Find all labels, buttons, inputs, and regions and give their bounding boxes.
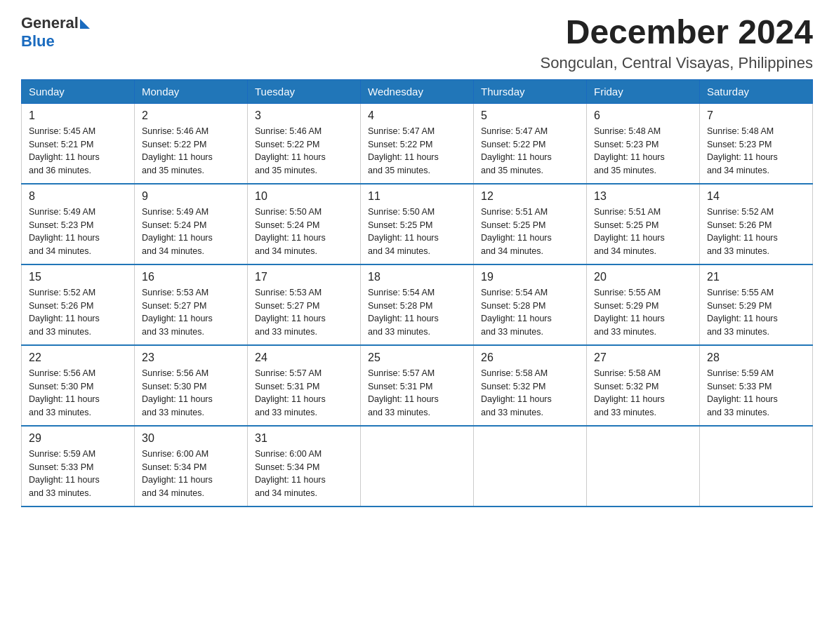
- day-number: 9: [142, 190, 240, 203]
- column-header-tuesday: Tuesday: [248, 79, 361, 103]
- calendar-cell: 17Sunrise: 5:53 AMSunset: 5:27 PMDayligh…: [248, 264, 361, 345]
- day-number: 31: [255, 432, 353, 445]
- calendar-cell: 16Sunrise: 5:53 AMSunset: 5:27 PMDayligh…: [135, 264, 248, 345]
- day-number: 16: [142, 271, 240, 283]
- column-header-sunday: Sunday: [22, 79, 135, 103]
- logo: General Blue: [21, 14, 90, 51]
- page-header: General Blue December 2024 Songculan, Ce…: [21, 14, 813, 72]
- calendar-cell: 15Sunrise: 5:52 AMSunset: 5:26 PMDayligh…: [22, 264, 135, 345]
- logo-triangle-icon: [80, 19, 90, 29]
- day-number: 23: [142, 351, 240, 364]
- column-header-friday: Friday: [587, 79, 700, 103]
- day-number: 1: [29, 109, 127, 122]
- calendar-cell: 6Sunrise: 5:48 AMSunset: 5:23 PMDaylight…: [587, 103, 700, 184]
- day-info: Sunrise: 5:46 AMSunset: 5:22 PMDaylight:…: [255, 125, 353, 177]
- column-header-thursday: Thursday: [474, 79, 587, 103]
- calendar-cell: 22Sunrise: 5:56 AMSunset: 5:30 PMDayligh…: [22, 345, 135, 426]
- day-info: Sunrise: 5:45 AMSunset: 5:21 PMDaylight:…: [29, 125, 127, 177]
- day-number: 11: [368, 190, 466, 203]
- calendar-header-row: SundayMondayTuesdayWednesdayThursdayFrid…: [22, 79, 813, 103]
- title-block: December 2024 Songculan, Central Visayas…: [541, 14, 814, 72]
- calendar-cell: 9Sunrise: 5:49 AMSunset: 5:24 PMDaylight…: [135, 184, 248, 264]
- day-number: 30: [142, 432, 240, 445]
- day-number: 6: [594, 109, 692, 122]
- day-info: Sunrise: 5:46 AMSunset: 5:22 PMDaylight:…: [142, 125, 240, 177]
- week-row-4: 22Sunrise: 5:56 AMSunset: 5:30 PMDayligh…: [22, 345, 813, 426]
- column-header-saturday: Saturday: [700, 79, 813, 103]
- day-number: 13: [594, 190, 692, 203]
- day-info: Sunrise: 5:59 AMSunset: 5:33 PMDaylight:…: [29, 448, 127, 500]
- day-info: Sunrise: 5:57 AMSunset: 5:31 PMDaylight:…: [255, 367, 353, 420]
- week-row-3: 15Sunrise: 5:52 AMSunset: 5:26 PMDayligh…: [22, 264, 813, 345]
- calendar-cell: 13Sunrise: 5:51 AMSunset: 5:25 PMDayligh…: [587, 184, 700, 264]
- day-number: 26: [481, 351, 579, 364]
- calendar-cell: 18Sunrise: 5:54 AMSunset: 5:28 PMDayligh…: [361, 264, 474, 345]
- calendar-cell: 2Sunrise: 5:46 AMSunset: 5:22 PMDaylight…: [135, 103, 248, 184]
- day-info: Sunrise: 5:50 AMSunset: 5:25 PMDaylight:…: [368, 206, 466, 258]
- day-info: Sunrise: 5:54 AMSunset: 5:28 PMDaylight:…: [368, 286, 466, 339]
- calendar-cell: 19Sunrise: 5:54 AMSunset: 5:28 PMDayligh…: [474, 264, 587, 345]
- day-number: 27: [594, 351, 692, 364]
- day-info: Sunrise: 5:58 AMSunset: 5:32 PMDaylight:…: [594, 367, 692, 420]
- day-info: Sunrise: 5:48 AMSunset: 5:23 PMDaylight:…: [594, 125, 692, 177]
- calendar-cell: 5Sunrise: 5:47 AMSunset: 5:22 PMDaylight…: [474, 103, 587, 184]
- day-info: Sunrise: 5:52 AMSunset: 5:26 PMDaylight:…: [29, 286, 127, 339]
- day-number: 21: [707, 271, 805, 283]
- calendar-cell: 28Sunrise: 5:59 AMSunset: 5:33 PMDayligh…: [700, 345, 813, 426]
- day-info: Sunrise: 5:56 AMSunset: 5:30 PMDaylight:…: [29, 367, 127, 420]
- day-number: 5: [481, 109, 579, 122]
- calendar-cell: 4Sunrise: 5:47 AMSunset: 5:22 PMDaylight…: [361, 103, 474, 184]
- calendar-cell: [361, 426, 474, 507]
- day-number: 10: [255, 190, 353, 203]
- day-info: Sunrise: 5:49 AMSunset: 5:23 PMDaylight:…: [29, 206, 127, 258]
- day-info: Sunrise: 5:53 AMSunset: 5:27 PMDaylight:…: [142, 286, 240, 339]
- day-number: 22: [29, 351, 127, 364]
- day-info: Sunrise: 5:55 AMSunset: 5:29 PMDaylight:…: [707, 286, 805, 339]
- calendar-cell: 24Sunrise: 5:57 AMSunset: 5:31 PMDayligh…: [248, 345, 361, 426]
- day-info: Sunrise: 5:53 AMSunset: 5:27 PMDaylight:…: [255, 286, 353, 339]
- day-number: 19: [481, 271, 579, 283]
- day-info: Sunrise: 5:59 AMSunset: 5:33 PMDaylight:…: [707, 367, 805, 420]
- day-number: 25: [368, 351, 466, 364]
- day-number: 2: [142, 109, 240, 122]
- day-info: Sunrise: 5:47 AMSunset: 5:22 PMDaylight:…: [481, 125, 579, 177]
- day-info: Sunrise: 5:49 AMSunset: 5:24 PMDaylight:…: [142, 206, 240, 258]
- day-number: 17: [255, 271, 353, 283]
- day-number: 12: [481, 190, 579, 203]
- day-number: 28: [707, 351, 805, 364]
- day-info: Sunrise: 5:57 AMSunset: 5:31 PMDaylight:…: [368, 367, 466, 420]
- page-subtitle: Songculan, Central Visayas, Philippines: [541, 54, 814, 72]
- calendar-cell: 12Sunrise: 5:51 AMSunset: 5:25 PMDayligh…: [474, 184, 587, 264]
- calendar-cell: 26Sunrise: 5:58 AMSunset: 5:32 PMDayligh…: [474, 345, 587, 426]
- day-info: Sunrise: 6:00 AMSunset: 5:34 PMDaylight:…: [255, 448, 353, 500]
- column-header-wednesday: Wednesday: [361, 79, 474, 103]
- calendar-cell: 20Sunrise: 5:55 AMSunset: 5:29 PMDayligh…: [587, 264, 700, 345]
- day-info: Sunrise: 5:51 AMSunset: 5:25 PMDaylight:…: [481, 206, 579, 258]
- calendar-cell: 7Sunrise: 5:48 AMSunset: 5:23 PMDaylight…: [700, 103, 813, 184]
- calendar-cell: [474, 426, 587, 507]
- calendar-cell: [700, 426, 813, 507]
- day-info: Sunrise: 5:51 AMSunset: 5:25 PMDaylight:…: [594, 206, 692, 258]
- calendar-cell: 27Sunrise: 5:58 AMSunset: 5:32 PMDayligh…: [587, 345, 700, 426]
- day-number: 8: [29, 190, 127, 203]
- day-number: 20: [594, 271, 692, 283]
- day-info: Sunrise: 5:48 AMSunset: 5:23 PMDaylight:…: [707, 125, 805, 177]
- day-info: Sunrise: 5:54 AMSunset: 5:28 PMDaylight:…: [481, 286, 579, 339]
- calendar-cell: 1Sunrise: 5:45 AMSunset: 5:21 PMDaylight…: [22, 103, 135, 184]
- calendar-cell: 25Sunrise: 5:57 AMSunset: 5:31 PMDayligh…: [361, 345, 474, 426]
- day-info: Sunrise: 5:52 AMSunset: 5:26 PMDaylight:…: [707, 206, 805, 258]
- day-number: 4: [368, 109, 466, 122]
- day-number: 18: [368, 271, 466, 283]
- day-info: Sunrise: 6:00 AMSunset: 5:34 PMDaylight:…: [142, 448, 240, 500]
- logo-general: General: [21, 14, 79, 32]
- day-info: Sunrise: 5:58 AMSunset: 5:32 PMDaylight:…: [481, 367, 579, 420]
- day-number: 29: [29, 432, 127, 445]
- calendar-cell: 21Sunrise: 5:55 AMSunset: 5:29 PMDayligh…: [700, 264, 813, 345]
- calendar-cell: 10Sunrise: 5:50 AMSunset: 5:24 PMDayligh…: [248, 184, 361, 264]
- page-title: December 2024: [541, 14, 814, 51]
- calendar-cell: 3Sunrise: 5:46 AMSunset: 5:22 PMDaylight…: [248, 103, 361, 184]
- day-info: Sunrise: 5:56 AMSunset: 5:30 PMDaylight:…: [142, 367, 240, 420]
- week-row-5: 29Sunrise: 5:59 AMSunset: 5:33 PMDayligh…: [22, 426, 813, 507]
- column-header-monday: Monday: [135, 79, 248, 103]
- day-info: Sunrise: 5:47 AMSunset: 5:22 PMDaylight:…: [368, 125, 466, 177]
